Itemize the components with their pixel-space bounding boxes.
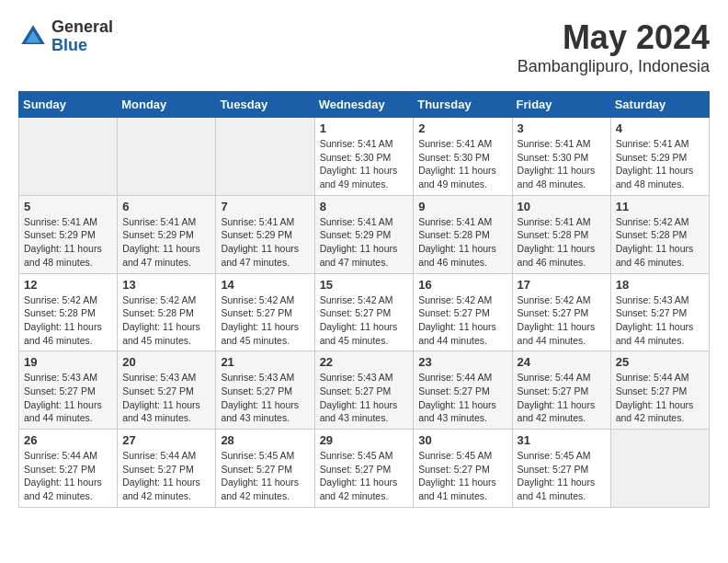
calendar-cell: 27Sunrise: 5:44 AM Sunset: 5:27 PM Dayli…	[118, 430, 216, 508]
day-info: Sunrise: 5:44 AM Sunset: 5:27 PM Dayligh…	[418, 371, 506, 425]
calendar-cell: 17Sunrise: 5:42 AM Sunset: 5:27 PM Dayli…	[512, 273, 610, 351]
calendar-cell: 1Sunrise: 5:41 AM Sunset: 5:30 PM Daylig…	[314, 118, 414, 196]
weekday-header-friday: Friday	[512, 92, 610, 118]
day-number: 4	[616, 121, 704, 135]
day-number: 18	[616, 278, 704, 292]
calendar-cell: 31Sunrise: 5:45 AM Sunset: 5:27 PM Dayli…	[512, 430, 610, 508]
day-number: 29	[320, 433, 409, 447]
day-number: 7	[221, 200, 309, 213]
day-number: 2	[418, 121, 506, 135]
calendar-cell: 30Sunrise: 5:45 AM Sunset: 5:27 PM Dayli…	[414, 430, 512, 508]
day-info: Sunrise: 5:45 AM Sunset: 5:27 PM Dayligh…	[320, 449, 409, 503]
day-number: 13	[122, 278, 210, 292]
day-number: 19	[24, 355, 112, 369]
calendar-week-row: 5Sunrise: 5:41 AM Sunset: 5:29 PM Daylig…	[19, 195, 710, 273]
day-number: 25	[616, 355, 704, 369]
calendar-cell: 16Sunrise: 5:42 AM Sunset: 5:27 PM Dayli…	[414, 273, 512, 351]
calendar-cell: 22Sunrise: 5:43 AM Sunset: 5:27 PM Dayli…	[314, 351, 414, 430]
calendar-week-row: 26Sunrise: 5:44 AM Sunset: 5:27 PM Dayli…	[19, 430, 710, 508]
calendar-cell: 23Sunrise: 5:44 AM Sunset: 5:27 PM Dayli…	[414, 351, 512, 430]
calendar-cell: 12Sunrise: 5:42 AM Sunset: 5:28 PM Dayli…	[19, 273, 118, 351]
day-info: Sunrise: 5:41 AM Sunset: 5:29 PM Dayligh…	[24, 215, 112, 270]
day-info: Sunrise: 5:43 AM Sunset: 5:27 PM Dayligh…	[320, 371, 409, 425]
day-number: 30	[418, 433, 506, 447]
calendar-cell: 28Sunrise: 5:45 AM Sunset: 5:27 PM Dayli…	[216, 430, 314, 508]
calendar-week-row: 19Sunrise: 5:43 AM Sunset: 5:27 PM Dayli…	[19, 351, 710, 430]
weekday-header-sunday: Sunday	[19, 92, 118, 118]
day-info: Sunrise: 5:42 AM Sunset: 5:27 PM Dayligh…	[320, 293, 409, 348]
day-info: Sunrise: 5:41 AM Sunset: 5:29 PM Dayligh…	[616, 137, 704, 191]
day-number: 27	[122, 433, 210, 447]
calendar-cell: 8Sunrise: 5:41 AM Sunset: 5:29 PM Daylig…	[314, 195, 414, 273]
day-info: Sunrise: 5:42 AM Sunset: 5:27 PM Dayligh…	[518, 293, 606, 348]
logo: General Blue	[18, 18, 113, 55]
calendar-cell: 3Sunrise: 5:41 AM Sunset: 5:30 PM Daylig…	[512, 118, 610, 196]
day-info: Sunrise: 5:43 AM Sunset: 5:27 PM Dayligh…	[221, 371, 309, 425]
day-number: 14	[221, 278, 309, 292]
calendar-week-row: 1Sunrise: 5:41 AM Sunset: 5:30 PM Daylig…	[19, 118, 710, 196]
day-number: 3	[518, 121, 606, 135]
day-info: Sunrise: 5:42 AM Sunset: 5:28 PM Dayligh…	[616, 215, 704, 270]
day-info: Sunrise: 5:44 AM Sunset: 5:27 PM Dayligh…	[518, 371, 606, 425]
day-number: 11	[616, 200, 704, 213]
calendar-cell: 18Sunrise: 5:43 AM Sunset: 5:27 PM Dayli…	[610, 273, 709, 351]
calendar-cell: 4Sunrise: 5:41 AM Sunset: 5:29 PM Daylig…	[610, 118, 709, 196]
month-year-title: May 2024	[518, 18, 710, 57]
calendar-cell: 29Sunrise: 5:45 AM Sunset: 5:27 PM Dayli…	[314, 430, 414, 508]
calendar-cell: 7Sunrise: 5:41 AM Sunset: 5:29 PM Daylig…	[216, 195, 314, 273]
day-number: 15	[320, 278, 409, 292]
day-number: 5	[24, 200, 112, 213]
page-header: General Blue May 2024 Bambanglipuro, Ind…	[18, 18, 710, 76]
day-number: 17	[518, 278, 606, 292]
calendar-cell: 26Sunrise: 5:44 AM Sunset: 5:27 PM Dayli…	[19, 430, 118, 508]
day-info: Sunrise: 5:41 AM Sunset: 5:29 PM Dayligh…	[221, 215, 309, 270]
day-info: Sunrise: 5:43 AM Sunset: 5:27 PM Dayligh…	[24, 371, 112, 425]
day-number: 31	[518, 433, 606, 447]
calendar-cell	[118, 118, 216, 196]
calendar-week-row: 12Sunrise: 5:42 AM Sunset: 5:28 PM Dayli…	[19, 273, 710, 351]
day-number: 21	[221, 355, 309, 369]
day-number: 12	[24, 278, 112, 292]
calendar-cell	[610, 430, 709, 508]
calendar-cell: 6Sunrise: 5:41 AM Sunset: 5:29 PM Daylig…	[118, 195, 216, 273]
calendar-cell: 2Sunrise: 5:41 AM Sunset: 5:30 PM Daylig…	[414, 118, 512, 196]
calendar-cell: 14Sunrise: 5:42 AM Sunset: 5:27 PM Dayli…	[216, 273, 314, 351]
day-number: 28	[221, 433, 309, 447]
day-info: Sunrise: 5:44 AM Sunset: 5:27 PM Dayligh…	[616, 371, 704, 425]
logo-text: General Blue	[51, 18, 113, 55]
day-info: Sunrise: 5:43 AM Sunset: 5:27 PM Dayligh…	[122, 371, 210, 425]
day-info: Sunrise: 5:45 AM Sunset: 5:27 PM Dayligh…	[418, 449, 506, 503]
day-info: Sunrise: 5:41 AM Sunset: 5:29 PM Dayligh…	[320, 215, 409, 270]
calendar-cell	[216, 118, 314, 196]
day-info: Sunrise: 5:42 AM Sunset: 5:27 PM Dayligh…	[221, 293, 309, 348]
day-number: 20	[122, 355, 210, 369]
calendar-table: SundayMondayTuesdayWednesdayThursdayFrid…	[18, 91, 710, 508]
day-info: Sunrise: 5:42 AM Sunset: 5:28 PM Dayligh…	[24, 293, 112, 348]
day-number: 9	[418, 200, 506, 213]
logo-blue: Blue	[51, 37, 113, 55]
title-block: May 2024 Bambanglipuro, Indonesia	[518, 18, 710, 76]
day-number: 24	[518, 355, 606, 369]
calendar-cell: 10Sunrise: 5:41 AM Sunset: 5:28 PM Dayli…	[512, 195, 610, 273]
weekday-header-saturday: Saturday	[610, 92, 709, 118]
day-info: Sunrise: 5:45 AM Sunset: 5:27 PM Dayligh…	[221, 449, 309, 503]
calendar-cell: 13Sunrise: 5:42 AM Sunset: 5:28 PM Dayli…	[118, 273, 216, 351]
day-info: Sunrise: 5:41 AM Sunset: 5:29 PM Dayligh…	[122, 215, 210, 270]
day-number: 22	[320, 355, 409, 369]
day-number: 1	[320, 121, 409, 135]
day-number: 10	[518, 200, 606, 213]
calendar-cell: 25Sunrise: 5:44 AM Sunset: 5:27 PM Dayli…	[610, 351, 709, 430]
day-info: Sunrise: 5:44 AM Sunset: 5:27 PM Dayligh…	[122, 449, 210, 503]
day-number: 23	[418, 355, 506, 369]
day-info: Sunrise: 5:41 AM Sunset: 5:30 PM Dayligh…	[518, 137, 606, 191]
day-info: Sunrise: 5:43 AM Sunset: 5:27 PM Dayligh…	[616, 293, 704, 348]
calendar-cell	[19, 118, 118, 196]
weekday-header-thursday: Thursday	[414, 92, 512, 118]
calendar-cell: 11Sunrise: 5:42 AM Sunset: 5:28 PM Dayli…	[610, 195, 709, 273]
calendar-cell: 15Sunrise: 5:42 AM Sunset: 5:27 PM Dayli…	[314, 273, 414, 351]
weekday-header-row: SundayMondayTuesdayWednesdayThursdayFrid…	[19, 92, 710, 118]
logo-icon	[18, 22, 48, 52]
day-info: Sunrise: 5:41 AM Sunset: 5:30 PM Dayligh…	[320, 137, 409, 191]
day-info: Sunrise: 5:41 AM Sunset: 5:28 PM Dayligh…	[518, 215, 606, 270]
calendar-cell: 20Sunrise: 5:43 AM Sunset: 5:27 PM Dayli…	[118, 351, 216, 430]
